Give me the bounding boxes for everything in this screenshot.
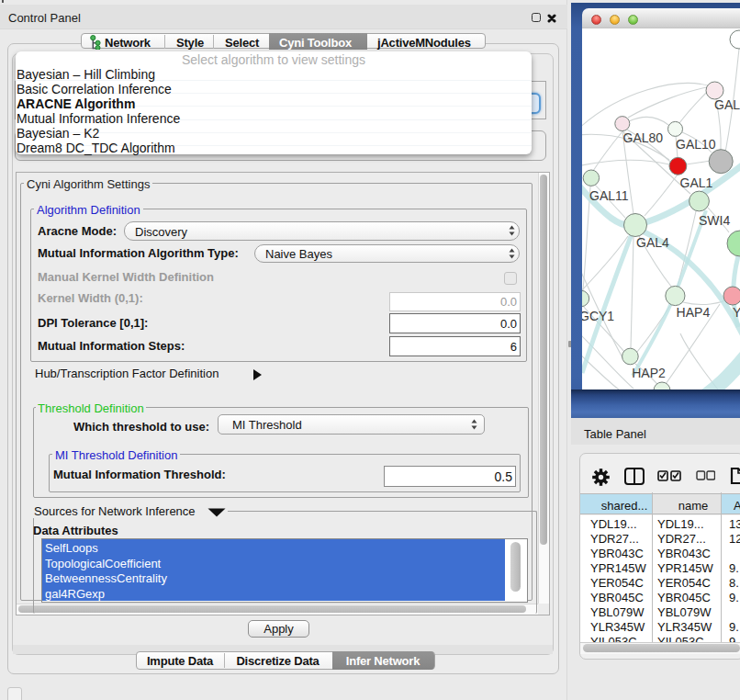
svg-text:GCY1: GCY1 [582,309,614,323]
svg-text:GAL1: GAL1 [680,175,713,190]
svg-text:GAL7: GAL7 [714,97,740,112]
svg-text:HAP4: HAP4 [677,305,711,320]
svg-text:GAL80: GAL80 [623,130,664,145]
svg-text:HAP2: HAP2 [632,366,666,380]
svg-text:SWI4: SWI4 [699,213,730,228]
svg-text:GAL4: GAL4 [636,235,669,250]
svg-text:YD: YD [733,305,740,320]
svg-text:GAL10: GAL10 [676,137,716,152]
svg-text:GAL11: GAL11 [589,188,629,203]
